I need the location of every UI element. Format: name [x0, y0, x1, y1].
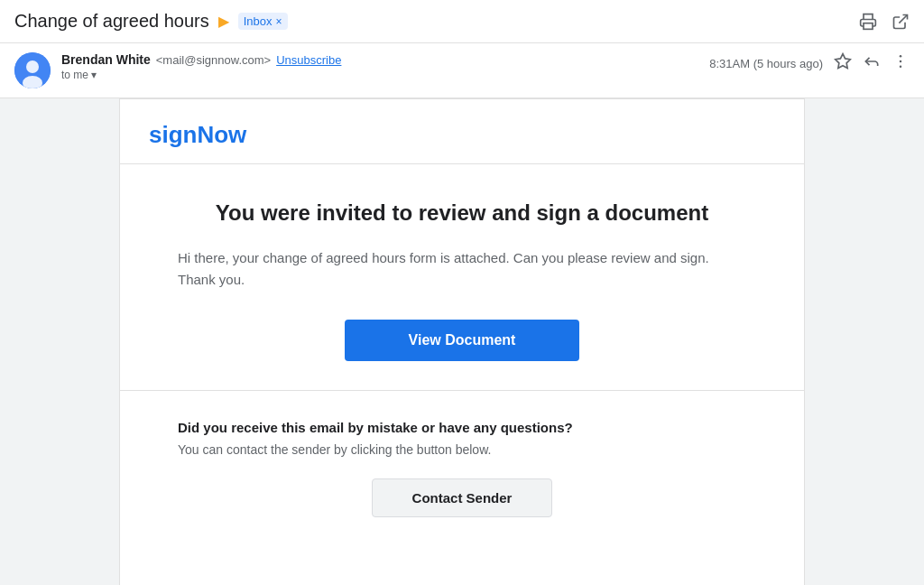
email-body-inner: signNow You were invited to review and s… — [119, 98, 805, 585]
unsubscribe-link[interactable]: Unsubscribe — [276, 53, 341, 67]
inbox-tag[interactable]: Inbox × — [238, 13, 288, 30]
sender-email: <mail@signnow.com> — [156, 53, 271, 67]
close-tag-button[interactable]: × — [276, 16, 282, 27]
sender-row: Brendan White <mail@signnow.com> Unsubsc… — [0, 43, 924, 98]
print-icon[interactable] — [859, 13, 877, 31]
svg-line-1 — [899, 14, 907, 23]
sender-name: Brendan White — [61, 52, 151, 67]
footer-question: Did you receive this email by mistake or… — [178, 420, 746, 435]
top-bar: Change of agreed hours ▶ Inbox × — [0, 0, 924, 43]
star-icon[interactable] — [834, 52, 852, 75]
signnow-logo: signNow — [149, 121, 775, 149]
signnow-header: signNow — [120, 99, 804, 164]
email-body-outer: signNow You were invited to review and s… — [0, 98, 924, 585]
email-heading: You were invited to review and sign a do… — [178, 200, 746, 226]
avatar — [14, 52, 51, 88]
tag-arrow-icon: ▶ — [218, 13, 229, 30]
contact-sender-button[interactable]: Contact Sender — [372, 478, 552, 517]
popout-icon[interactable] — [892, 13, 910, 31]
to-me-dropdown[interactable]: to me ▾ — [61, 69, 709, 81]
email-subject: Change of agreed hours — [14, 11, 209, 32]
svg-point-8 — [900, 66, 902, 69]
action-icons — [834, 52, 910, 75]
email-footer: Did you receive this email by mistake or… — [120, 391, 804, 546]
email-body-text: Hi there, your change of agreed hours fo… — [178, 247, 746, 291]
footer-desc: You can contact the sender by clicking t… — [178, 442, 746, 457]
svg-point-7 — [900, 60, 902, 63]
reply-icon[interactable] — [863, 52, 881, 75]
view-document-button[interactable]: View Document — [345, 320, 579, 361]
svg-point-6 — [900, 55, 902, 58]
more-options-icon[interactable] — [892, 52, 910, 75]
inbox-tag-label: Inbox — [244, 14, 273, 28]
svg-rect-0 — [864, 23, 873, 29]
chevron-down-icon: ▾ — [91, 69, 97, 81]
top-bar-actions — [859, 13, 910, 31]
svg-marker-5 — [836, 54, 851, 69]
sender-meta: 8:31AM (5 hours ago) — [709, 52, 910, 75]
timestamp: 8:31AM (5 hours ago) — [709, 57, 823, 70]
sender-info: Brendan White <mail@signnow.com> Unsubsc… — [61, 52, 709, 81]
svg-point-3 — [26, 60, 39, 73]
email-main-content: You were invited to review and sign a do… — [120, 164, 804, 391]
